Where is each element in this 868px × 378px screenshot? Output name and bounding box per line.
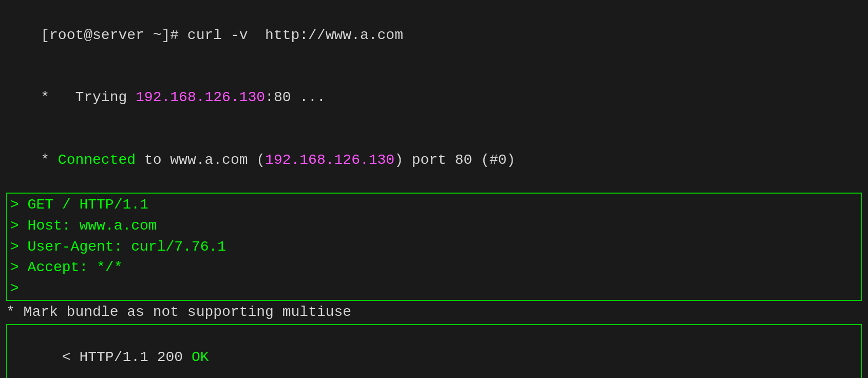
request-line-1: > GET / HTTP/1.1 (10, 195, 858, 216)
response-box: < HTTP/1.1 200 OK < Date: Tue, 17 Oct 20… (6, 324, 862, 378)
prompt-text: [root@server ~]# curl -v http://www.a.co… (41, 27, 403, 43)
request-line-3: > User-Agent: curl/7.76.1 (10, 237, 858, 258)
request-box: > GET / HTTP/1.1 > Host: www.a.com > Use… (6, 193, 862, 301)
command-line: [root@server ~]# curl -v http://www.a.co… (6, 4, 862, 67)
request-line-2: > Host: www.a.com (10, 216, 858, 237)
connected-word: Connected (58, 152, 136, 168)
connected-ip: 192.168.126.130 (265, 152, 394, 168)
trying-suffix: :80 ... (265, 89, 326, 105)
status-ok: OK (192, 349, 209, 365)
request-line-4: > Accept: */* (10, 257, 858, 278)
response-status-line: < HTTP/1.1 200 OK (10, 326, 858, 378)
connected-suffix: ) port 80 (#0) (394, 152, 515, 168)
star-prefix: * (41, 152, 58, 168)
mark-bundle-line: * Mark bundle as not supporting multiuse (6, 302, 862, 323)
trying-ip: 192.168.126.130 (136, 89, 265, 105)
trying-line: * Trying 192.168.126.130:80 ... (6, 67, 862, 129)
connected-middle: to www.a.com ( (136, 152, 265, 168)
request-line-5: > (10, 278, 858, 299)
connected-line: * Connected to www.a.com (192.168.126.13… (6, 129, 862, 192)
status-prefix: < HTTP/1.1 200 (62, 349, 192, 365)
terminal: [root@server ~]# curl -v http://www.a.co… (6, 4, 862, 378)
trying-prefix: * Trying (41, 89, 136, 105)
